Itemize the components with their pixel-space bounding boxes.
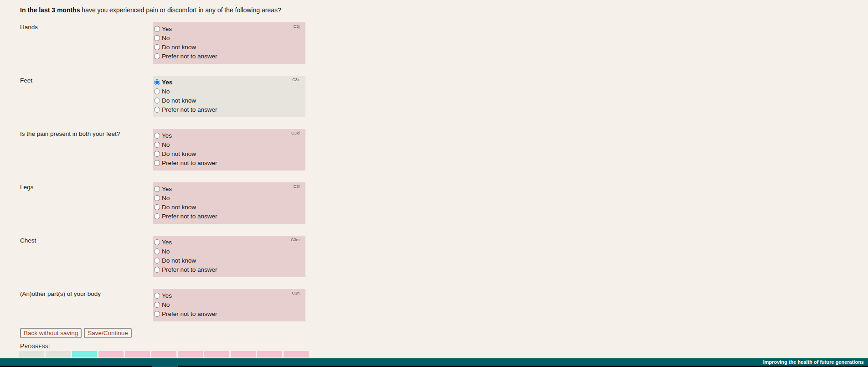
question-row: Feet C3k Yes No Do not know Prefer not t…: [20, 76, 305, 117]
radio-button[interactable]: [154, 35, 160, 41]
radio-button[interactable]: [154, 293, 160, 299]
question-label: Hands: [20, 22, 153, 64]
radio-button[interactable]: [154, 239, 160, 245]
question-code: C3j: [293, 24, 300, 29]
answer-box: C3ki Yes No Do not know Prefer not to an…: [153, 129, 305, 171]
radio-option[interactable]: Prefer not to answer: [153, 52, 305, 61]
radio-option[interactable]: No: [153, 193, 305, 202]
back-without-saving-button[interactable]: Back without saving: [20, 328, 82, 338]
answer-box: C3l Yes No Do not know Prefer not to ans…: [153, 182, 305, 224]
radio-option[interactable]: Yes: [153, 24, 305, 33]
radio-button[interactable]: [154, 204, 160, 210]
question-label: (An)other part(s) of your body: [20, 289, 153, 321]
question-label: Legs: [20, 182, 153, 224]
radio-option-label: Yes: [162, 186, 172, 192]
radio-option[interactable]: Yes: [153, 78, 305, 87]
progress-segment-todo: [284, 351, 309, 357]
radio-button[interactable]: [154, 142, 160, 148]
radio-button[interactable]: [154, 302, 160, 308]
radio-option-label: No: [162, 248, 170, 255]
radio-option[interactable]: Do not know: [153, 96, 305, 105]
answer-box: C3m Yes No Do not know Prefer not to ans…: [153, 236, 305, 277]
radio-button[interactable]: [154, 160, 160, 166]
radio-option[interactable]: Do not know: [153, 256, 305, 265]
radio-button[interactable]: [154, 88, 160, 94]
radio-button[interactable]: [154, 107, 160, 113]
radio-option-label: No: [162, 141, 170, 148]
answer-box: C3n Yes No Prefer not to answer: [153, 289, 305, 321]
radio-option[interactable]: Prefer not to answer: [153, 309, 305, 318]
radio-option[interactable]: No: [153, 300, 305, 309]
radio-button[interactable]: [154, 98, 160, 103]
radio-option[interactable]: Yes: [153, 291, 305, 300]
radio-button[interactable]: [154, 44, 160, 50]
progress-segment-done: [19, 351, 44, 357]
radio-option[interactable]: Prefer not to answer: [153, 105, 305, 114]
progress-segment-todo: [231, 351, 256, 357]
radio-option[interactable]: Yes: [153, 238, 305, 247]
question-code: C3k: [292, 78, 300, 82]
page-question-title: In the last 3 months have you experience…: [20, 6, 281, 14]
radio-option-label: Prefer not to answer: [162, 310, 217, 317]
radio-option-label: No: [162, 195, 170, 202]
radio-option[interactable]: No: [153, 87, 305, 96]
radio-option-label: Yes: [162, 239, 172, 246]
radio-option-label: No: [162, 88, 170, 95]
question-label: Chest: [20, 236, 153, 277]
save-continue-button[interactable]: Save/Continue: [84, 328, 132, 338]
radio-option[interactable]: No: [153, 33, 305, 42]
radio-option-label: No: [162, 35, 170, 41]
footer-tagline: Improving the health of future generatio…: [763, 359, 864, 365]
progress-segment-todo: [151, 351, 176, 357]
progress-bar: [19, 351, 309, 357]
radio-option-label: Yes: [162, 79, 172, 86]
progress-segment-current: [72, 351, 97, 357]
radio-option[interactable]: Prefer not to answer: [153, 265, 305, 274]
radio-button[interactable]: [154, 248, 160, 254]
radio-option[interactable]: No: [153, 247, 305, 256]
answer-box: C3k Yes No Do not know Prefer not to ans…: [153, 76, 305, 117]
radio-option-label: Yes: [162, 132, 172, 139]
question-code: C3l: [293, 184, 300, 189]
radio-option[interactable]: No: [153, 140, 305, 149]
radio-button[interactable]: [154, 79, 160, 85]
question-code: C3n: [292, 291, 300, 295]
radio-option-label: Do not know: [162, 150, 196, 157]
question-row: Hands C3j Yes No Do not know Prefer not …: [20, 22, 305, 64]
question-label: Is the pain present in both your feet?: [20, 129, 153, 171]
radio-option-label: Prefer not to answer: [162, 106, 217, 113]
radio-option[interactable]: Yes: [153, 131, 305, 140]
radio-option-label: Do not know: [162, 44, 196, 51]
radio-option[interactable]: Do not know: [153, 42, 305, 52]
radio-button[interactable]: [154, 267, 160, 273]
question-list: Hands C3j Yes No Do not know Prefer not …: [20, 22, 305, 333]
radio-button[interactable]: [154, 195, 160, 201]
radio-option[interactable]: Do not know: [153, 149, 305, 158]
radio-option-label: No: [162, 301, 170, 308]
radio-option-label: Yes: [162, 292, 172, 299]
question-code: C3m: [291, 238, 300, 242]
radio-option[interactable]: Do not know: [153, 202, 305, 212]
radio-option-label: Do not know: [162, 97, 196, 104]
radio-option[interactable]: Yes: [153, 184, 305, 193]
progress-segment-todo: [125, 351, 150, 357]
question-title-bold: In the last 3 months: [20, 6, 80, 14]
radio-button[interactable]: [154, 213, 160, 219]
radio-button[interactable]: [154, 311, 160, 317]
radio-button[interactable]: [154, 53, 160, 59]
radio-button[interactable]: [154, 151, 160, 157]
progress-segment-todo: [98, 351, 124, 357]
radio-option-label: Prefer not to answer: [162, 213, 217, 220]
radio-option-label: Prefer not to answer: [162, 266, 217, 273]
radio-option[interactable]: Prefer not to answer: [153, 158, 305, 167]
radio-option[interactable]: Prefer not to answer: [153, 212, 305, 221]
radio-option-label: Yes: [162, 26, 172, 32]
progress-segment-todo: [257, 351, 282, 357]
radio-button[interactable]: [154, 258, 160, 264]
navigation-buttons: Back without saving Save/Continue: [20, 328, 132, 338]
radio-button[interactable]: [154, 186, 160, 192]
radio-button[interactable]: [154, 133, 160, 139]
progress-segment-todo: [178, 351, 203, 357]
progress-segment-todo: [204, 351, 229, 357]
radio-button[interactable]: [154, 26, 160, 32]
